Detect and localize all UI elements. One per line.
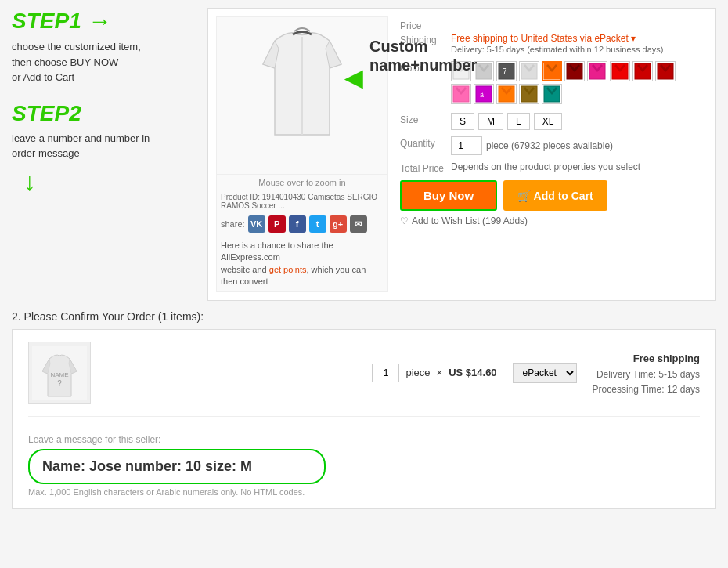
step1-desc2: then choose BUY NOW xyxy=(12,55,200,71)
steps-and-product: STEP1 → choose the customized item, then… xyxy=(12,8,716,301)
order-item-thumbnail: NAME ? xyxy=(28,342,91,404)
product-id: Product ID: 1914010430 Camisetas SERGIO … xyxy=(217,190,387,212)
order-price: US $14.60 xyxy=(449,367,496,378)
quantity-row: Quantity piece (67932 pieces available) xyxy=(400,136,704,155)
step1-title: STEP1 xyxy=(12,9,81,34)
size-label: Size xyxy=(400,113,451,125)
custom-name-label: Custom name+number xyxy=(369,37,477,74)
swatch-orange2[interactable] xyxy=(496,84,517,104)
step1-desc1: choose the customized item, xyxy=(12,39,200,55)
product-image-area: Custom name+number ◄ Mouse over to zoom … xyxy=(216,16,388,292)
twitter-share-btn[interactable]: t xyxy=(309,215,326,233)
swatch-teal[interactable] xyxy=(542,84,562,104)
price-label: Price xyxy=(400,20,704,31)
step2-arrow-down: ↓ xyxy=(23,168,200,197)
quantity-control: piece (67932 pieces available) xyxy=(451,136,613,155)
free-shipping-text: Free shipping xyxy=(593,351,700,367)
step1-desc3: or Add to Cart xyxy=(12,70,200,85)
message-label: Leave a message for this seller: xyxy=(28,434,700,445)
google-share-btn[interactable]: g+ xyxy=(330,215,347,233)
confirm-title: 2. Please Confirm Your Order (1 items): xyxy=(12,310,716,323)
delivery-time: Delivery Time: 5-15 days xyxy=(593,367,700,382)
shipping-method-select[interactable]: ePacket xyxy=(513,363,577,383)
shipping-main: Free shipping to United States via ePack… xyxy=(451,33,629,44)
color-row2: â xyxy=(451,84,704,104)
processing-time: Processing Time: 12 days xyxy=(593,382,700,397)
size-options: S M L XL xyxy=(451,113,562,130)
total-price-row: Total Price Depends on the product prope… xyxy=(400,161,704,174)
size-l[interactable]: L xyxy=(507,113,530,130)
shipping-text: Free shipping to United States via ePack… xyxy=(451,33,636,44)
confirm-section: 2. Please Confirm Your Order (1 items): … xyxy=(12,310,716,509)
color-row1: 7 xyxy=(451,61,704,81)
custom-line2: name+number xyxy=(369,56,477,74)
product-card: Custom name+number ◄ Mouse over to zoom … xyxy=(207,8,716,301)
order-item-row: NAME ? piece × US $14.60 ePacket xyxy=(28,342,700,417)
quantity-input[interactable] xyxy=(451,136,482,155)
step1-arrow: → xyxy=(88,8,111,34)
step1-label: STEP1 → xyxy=(12,8,200,34)
shipping-dropdown-icon[interactable]: ▾ xyxy=(631,33,636,44)
size-m[interactable]: M xyxy=(478,113,503,130)
shipping-sub: Delivery: 5-15 days (estimated within 12… xyxy=(451,45,663,54)
message-box[interactable]: Name: Jose number: 10 size: M xyxy=(28,449,326,484)
share-text: Here is a chance to share the AliExpress… xyxy=(221,240,384,288)
total-price-label: Total Price xyxy=(400,161,451,174)
wishlist-section[interactable]: ♡ Add to Wish List (199 Adds) xyxy=(400,215,704,226)
order-card: NAME ? piece × US $14.60 ePacket xyxy=(12,329,716,509)
wishlist-text: Add to Wish List (199 Adds) xyxy=(412,215,528,226)
order-piece-label: piece xyxy=(405,367,430,378)
buy-now-button[interactable]: Buy Now xyxy=(400,180,497,211)
quantity-label: Quantity xyxy=(400,136,451,149)
share-label: share: xyxy=(221,219,245,229)
order-quantity-input[interactable] xyxy=(372,364,399,382)
step2-desc: leave a number and number in order messa… xyxy=(12,131,200,161)
email-share-btn[interactable]: ✉ xyxy=(350,215,367,233)
swatch-pink[interactable] xyxy=(587,61,607,81)
order-qty-price: piece × US $14.60 xyxy=(372,364,496,382)
pieces-available-text: piece (67932 pieces available) xyxy=(486,140,613,151)
swatch-magenta[interactable]: â xyxy=(474,84,494,104)
size-xl[interactable]: XL xyxy=(534,113,563,130)
swatch-brown[interactable] xyxy=(519,84,539,104)
swatch-lightgrey[interactable] xyxy=(519,61,539,81)
share-section: share: VK P f t g+ ✉ Here is a chance to… xyxy=(217,212,387,291)
product-top: Custom name+number ◄ Mouse over to zoom … xyxy=(208,9,715,300)
message-hint: Max. 1,000 English characters or Arabic … xyxy=(28,487,700,497)
jersey-image xyxy=(228,17,377,174)
svg-text:7: 7 xyxy=(503,67,507,76)
shipping-value: Free shipping to United States via ePack… xyxy=(451,33,704,55)
swatch-red3[interactable] xyxy=(655,61,676,81)
steps-column: STEP1 → choose the customized item, then… xyxy=(12,8,207,301)
custom-line1: Custom xyxy=(369,37,477,56)
step2-title: STEP2 xyxy=(12,101,81,125)
swatch-dark-red[interactable] xyxy=(564,61,585,81)
step2-desc1: leave a number and number in xyxy=(12,131,200,147)
total-price-value: Depends on the product properties you se… xyxy=(451,161,640,172)
size-row: Size S M L XL xyxy=(400,113,704,130)
step2-desc2: order message xyxy=(12,146,200,161)
get-points-link[interactable]: get points xyxy=(269,265,307,274)
shipping-info: Free shipping Delivery Time: 5-15 days P… xyxy=(593,351,700,397)
action-buttons: Buy Now 🛒 Add to Cart xyxy=(400,180,704,211)
size-s[interactable]: S xyxy=(451,113,474,130)
facebook-share-btn[interactable]: f xyxy=(289,215,306,233)
add-to-cart-button[interactable]: 🛒 Add to Cart xyxy=(503,180,607,211)
swatch-red2[interactable] xyxy=(632,61,653,81)
swatch-red[interactable] xyxy=(610,61,630,81)
main-container: STEP1 → choose the customized item, then… xyxy=(0,0,728,517)
svg-text:?: ? xyxy=(57,379,62,388)
pinterest-share-btn[interactable]: P xyxy=(268,215,286,233)
swatch-selected-orange[interactable] xyxy=(542,61,562,81)
message-section: Leave a message for this seller: Name: J… xyxy=(28,426,700,497)
heart-icon: ♡ xyxy=(400,215,409,226)
svg-text:NAME: NAME xyxy=(50,371,68,378)
svg-text:â: â xyxy=(480,91,484,99)
swatch-pink2[interactable] xyxy=(451,84,471,104)
color-swatches: 7 xyxy=(451,61,704,107)
step1-desc: choose the customized item, then choose … xyxy=(12,39,200,85)
order-jersey-svg: NAME ? xyxy=(32,346,87,400)
custom-arrow-icon: ◄ xyxy=(338,60,369,96)
vk-share-btn[interactable]: VK xyxy=(248,215,265,233)
swatch-7[interactable]: 7 xyxy=(496,61,517,81)
